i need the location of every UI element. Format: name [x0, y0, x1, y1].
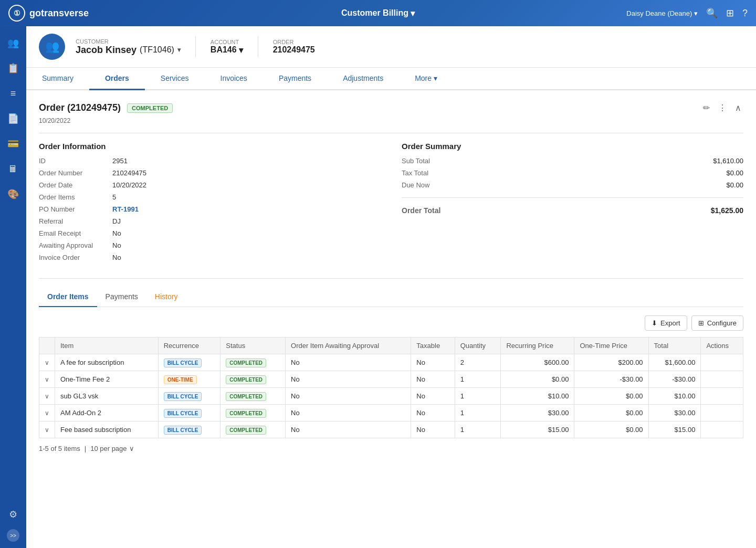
- row-one-time-price: $0.00: [574, 405, 648, 421]
- grid-icon[interactable]: ⊞: [726, 7, 734, 19]
- table-row: ∨ AM Add-On 2 BILL CYCLE COMPLETED No No…: [39, 405, 743, 421]
- info-label-id: ID: [39, 157, 112, 165]
- sidebar-item-documents[interactable]: 📋: [3, 58, 24, 79]
- order-summary-title: Order Summary: [402, 142, 743, 151]
- help-icon[interactable]: ?: [742, 8, 748, 19]
- info-label-order-date: Order Date: [39, 181, 112, 189]
- row-status: COMPLETED: [220, 354, 286, 371]
- info-row-id: ID 2951: [39, 157, 381, 165]
- sub-tabs: Order Items Payments History: [39, 287, 743, 307]
- row-expand[interactable]: ∨: [39, 354, 55, 371]
- row-quantity: 1: [455, 388, 501, 405]
- app-logo[interactable]: ① gotransverse: [8, 5, 89, 22]
- pagination-info: 1-5 of 5 items: [39, 445, 80, 452]
- info-value-id: 2951: [112, 157, 128, 165]
- sidebar-item-settings[interactable]: ⚙: [3, 504, 24, 525]
- order-info-grid: Order Information ID 2951 Order Number 2…: [39, 142, 743, 266]
- col-awaiting[interactable]: Order Item Awaiting Approval: [286, 338, 411, 354]
- sidebar-item-calculator[interactable]: 🖩: [3, 159, 24, 180]
- customer-info: CUSTOMER Jacob Kinsey (TF1046) ▾: [76, 38, 181, 56]
- sub-tab-order-items[interactable]: Order Items: [39, 287, 97, 307]
- row-recurrence: BILL CYCLE: [158, 354, 220, 371]
- sub-tab-payments[interactable]: Payments: [97, 287, 146, 307]
- info-value-referral: DJ: [112, 217, 121, 225]
- row-total: $10.00: [648, 388, 701, 405]
- sub-tab-history[interactable]: History: [146, 287, 186, 307]
- sidebar-item-list[interactable]: ≡: [3, 83, 24, 104]
- title-dropdown-icon: ▾: [411, 8, 415, 18]
- account-value[interactable]: BA146 ▾: [211, 45, 243, 55]
- summary-label-subtotal: Sub Total: [402, 157, 430, 165]
- sidebar: 👥 📋 ≡ 📄 💳 🖩 🎨 ⚙ >>: [0, 26, 26, 548]
- search-icon[interactable]: 🔍: [706, 7, 718, 19]
- divider-2: [258, 36, 258, 57]
- tab-payments[interactable]: Payments: [263, 68, 327, 90]
- sidebar-bottom: ⚙ >>: [3, 504, 24, 542]
- info-value-awaiting-approval: No: [112, 241, 121, 249]
- info-value-po-number[interactable]: RT-1991: [112, 205, 139, 213]
- info-row-invoice-order: Invoice Order No: [39, 254, 381, 261]
- tab-orders[interactable]: Orders: [89, 68, 145, 90]
- divider-1: [195, 36, 196, 57]
- tab-services[interactable]: Services: [145, 68, 205, 90]
- sidebar-item-customers[interactable]: 👥: [3, 33, 24, 54]
- info-label-awaiting-approval: Awaiting Approval: [39, 241, 112, 249]
- order-section-header: Order (210249475) COMPLETED ✏ ⋮ ∧: [39, 101, 743, 115]
- edit-icon[interactable]: ✏: [701, 101, 712, 115]
- row-taxable: No: [411, 388, 455, 405]
- row-expand[interactable]: ∨: [39, 371, 55, 388]
- table-row: ∨ sub GL3 vsk BILL CYCLE COMPLETED No No…: [39, 388, 743, 405]
- sidebar-item-card[interactable]: 💳: [3, 133, 24, 154]
- table-row: ∨ Fee based subscription BILL CYCLE COMP…: [39, 421, 743, 438]
- summary-row-total: Order Total $1,625.00: [402, 206, 743, 215]
- sidebar-item-palette[interactable]: 🎨: [3, 184, 24, 205]
- col-item[interactable]: Item: [55, 338, 159, 354]
- sidebar-item-file[interactable]: 📄: [3, 108, 24, 129]
- col-recurring-price[interactable]: Recurring Price: [501, 338, 574, 354]
- col-total[interactable]: Total: [648, 338, 701, 354]
- tab-summary[interactable]: Summary: [26, 68, 89, 90]
- row-total: $30.00: [648, 405, 701, 421]
- col-status[interactable]: Status: [220, 338, 286, 354]
- info-value-order-number: 210249475: [112, 169, 146, 177]
- user-menu[interactable]: Daisy Deane (Deane) ▾: [626, 9, 698, 17]
- more-options-icon[interactable]: ⋮: [716, 101, 729, 115]
- info-label-order-number: Order Number: [39, 169, 112, 177]
- row-item-name: One-Time Fee 2: [55, 371, 159, 388]
- tab-invoices[interactable]: Invoices: [205, 68, 263, 90]
- row-expand[interactable]: ∨: [39, 405, 55, 421]
- row-awaiting: No: [286, 421, 411, 438]
- row-status: COMPLETED: [220, 421, 286, 438]
- summary-value-due-now: $0.00: [726, 181, 743, 189]
- order-date: 10/20/2022: [39, 117, 743, 124]
- col-recurrence[interactable]: Recurrence: [158, 338, 220, 354]
- order-title-row: Order (210249475) COMPLETED: [39, 102, 173, 113]
- col-taxable[interactable]: Taxable: [411, 338, 455, 354]
- order-title: Order (210249475): [39, 102, 121, 113]
- top-nav: ① gotransverse Customer Billing ▾ Daisy …: [0, 0, 756, 26]
- app-title[interactable]: Customer Billing ▾: [341, 8, 415, 18]
- collapse-icon[interactable]: ∧: [733, 101, 743, 115]
- col-one-time-price[interactable]: One-Time Price: [574, 338, 648, 354]
- row-recurring-price: $600.00: [501, 354, 574, 371]
- col-quantity[interactable]: Quantity: [455, 338, 501, 354]
- sidebar-expand-button[interactable]: >>: [7, 529, 19, 542]
- col-expand: [39, 338, 55, 354]
- row-item-name: sub GL3 vsk: [55, 388, 159, 405]
- tab-adjustments[interactable]: Adjustments: [327, 68, 399, 90]
- info-row-order-date: Order Date 10/20/2022: [39, 181, 381, 189]
- per-page-selector[interactable]: 10 per page ∨: [90, 445, 134, 452]
- row-item-name: Fee based subscription: [55, 421, 159, 438]
- row-expand[interactable]: ∨: [39, 388, 55, 405]
- pagination: 1-5 of 5 items | 10 per page ∨: [39, 438, 743, 459]
- row-taxable: No: [411, 354, 455, 371]
- order-summary-section: Order Summary Sub Total $1,610.00 Tax To…: [402, 142, 743, 266]
- export-button[interactable]: ⬇ Export: [645, 315, 687, 331]
- row-expand[interactable]: ∨: [39, 421, 55, 438]
- tab-more[interactable]: More ▾: [399, 68, 453, 90]
- info-row-email-receipt: Email Receipt No: [39, 229, 381, 237]
- customer-name[interactable]: Jacob Kinsey (TF1046) ▾: [76, 45, 181, 56]
- configure-button[interactable]: ⊞ Configure: [691, 315, 743, 331]
- row-quantity: 1: [455, 371, 501, 388]
- info-row-order-items: Order Items 5: [39, 193, 381, 201]
